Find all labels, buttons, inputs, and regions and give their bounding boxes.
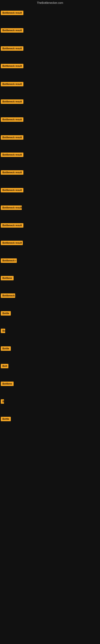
bottleneck-item-2[interactable]: Bottleneck result [1,28,23,34]
site-title-container: TheBottlenecker.com [0,0,100,5]
bottleneck-item-23[interactable]: B [1,399,4,404]
bottleneck-badge-1[interactable]: Bottleneck result [1,11,23,15]
bottleneck-badge-19[interactable]: Bo [1,329,5,333]
items-container: Bottleneck resultBottleneck resultBottle… [0,5,100,637]
bottleneck-badge-7[interactable]: Bottleneck result [1,117,23,122]
bottleneck-item-10[interactable]: Bottleneck result [1,170,23,176]
bottleneck-item-22[interactable]: Bottlene [1,382,14,387]
bottleneck-badge-24[interactable]: Bottle [1,417,11,421]
bottleneck-item-24[interactable]: Bottle [1,417,11,422]
bottleneck-badge-4[interactable]: Bottleneck result [1,64,23,68]
bottleneck-badge-3[interactable]: Bottleneck result [1,46,23,51]
bottleneck-item-18[interactable]: Bottle [1,311,11,316]
bottleneck-badge-12[interactable]: Bottleneck result [1,206,22,210]
bottleneck-item-5[interactable]: Bottleneck result [1,82,23,87]
bottleneck-badge-10[interactable]: Bottleneck result [1,170,23,175]
bottleneck-item-19[interactable]: Bo [1,329,5,334]
bottleneck-item-20[interactable]: Bottle [1,346,11,352]
bottleneck-badge-21[interactable]: Bott [1,364,8,368]
bottleneck-item-15[interactable]: Bottleneck r [1,258,17,264]
bottleneck-item-12[interactable]: Bottleneck result [1,206,22,211]
bottleneck-badge-18[interactable]: Bottle [1,311,11,316]
bottleneck-badge-20[interactable]: Bottle [1,346,11,351]
bottleneck-badge-6[interactable]: Bottleneck result [1,100,23,104]
bottleneck-item-17[interactable]: Bottleneck [1,294,15,299]
bottleneck-item-7[interactable]: Bottleneck result [1,117,23,122]
bottleneck-badge-11[interactable]: Bottleneck result [1,188,23,192]
bottleneck-badge-2[interactable]: Bottleneck result [1,28,23,32]
bottleneck-item-4[interactable]: Bottleneck result [1,64,23,69]
bottleneck-item-6[interactable]: Bottleneck result [1,100,23,105]
site-title: TheBottlenecker.com [0,0,100,5]
bottleneck-item-16[interactable]: Bottlene [1,276,14,281]
bottleneck-badge-23[interactable]: B [1,399,4,404]
bottleneck-item-11[interactable]: Bottleneck result [1,188,23,193]
bottleneck-item-13[interactable]: Bottleneck result [1,223,23,228]
bottleneck-item-21[interactable]: Bott [1,364,8,369]
bottleneck-badge-9[interactable]: Bottleneck result [1,152,23,157]
bottleneck-badge-22[interactable]: Bottlene [1,382,14,386]
bottleneck-badge-5[interactable]: Bottleneck result [1,82,23,86]
bottleneck-item-3[interactable]: Bottleneck result [1,46,23,52]
bottleneck-badge-14[interactable]: Bottleneck result [1,241,23,245]
bottleneck-item-9[interactable]: Bottleneck result [1,152,23,158]
bottleneck-item-14[interactable]: Bottleneck result [1,241,23,246]
bottleneck-badge-15[interactable]: Bottleneck r [1,258,17,263]
bottleneck-badge-16[interactable]: Bottlene [1,276,14,280]
bottleneck-badge-8[interactable]: Bottleneck result [1,135,23,140]
bottleneck-badge-13[interactable]: Bottleneck result [1,223,23,228]
bottleneck-item-8[interactable]: Bottleneck result [1,135,23,140]
bottleneck-item-1[interactable]: Bottleneck result [1,11,23,16]
bottleneck-badge-17[interactable]: Bottleneck [1,294,15,298]
